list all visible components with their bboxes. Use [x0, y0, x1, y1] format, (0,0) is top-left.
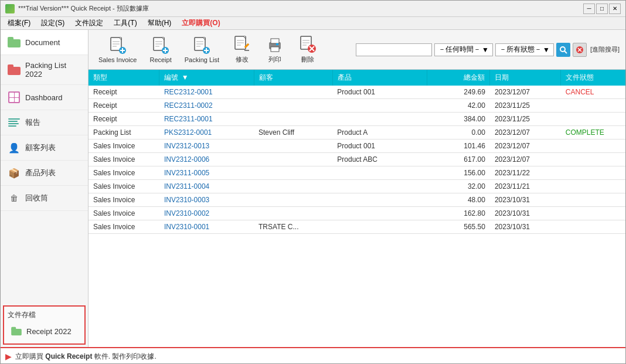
- sidebar-item-report[interactable]: 報告: [1, 110, 88, 135]
- cell-customer-6: [254, 166, 332, 180]
- menubar: 檔案(F) 設定(S) 文件設定 工具(T) 幫助(H) 立即購買(O): [1, 17, 625, 30]
- header-total[interactable]: 總金額: [427, 70, 489, 86]
- header-product[interactable]: 產品: [332, 70, 427, 86]
- print-label: 列印: [268, 55, 281, 64]
- table-row[interactable]: Sales Invoice INV2310-0001 TRSATE C... 5…: [89, 220, 625, 234]
- cell-total-3: 0.00: [427, 126, 489, 140]
- cell-status-9: [561, 207, 625, 220]
- table-row[interactable]: Receipt REC2311-0002 42.00 2023/11/25: [89, 99, 625, 113]
- sidebar-main-section: Document Packing List 2022 Dashboard: [1, 30, 88, 303]
- sidebar-archive: 文件存檔 Receipt 2022: [3, 305, 86, 345]
- close-button[interactable]: ✕: [609, 4, 621, 14]
- table-row[interactable]: Sales Invoice INV2310-0003 48.00 2023/10…: [89, 193, 625, 207]
- cell-id-3: PKS2312-0001: [159, 126, 254, 140]
- menu-help[interactable]: 幫助(H): [143, 17, 176, 29]
- print-button[interactable]: 列印: [260, 32, 290, 67]
- cell-customer-5: [254, 153, 332, 166]
- report-icon: [8, 116, 21, 129]
- maximize-button[interactable]: □: [596, 4, 608, 14]
- cell-status-8: [561, 193, 625, 207]
- table-row[interactable]: Sales Invoice INV2311-0004 32.00 2023/11…: [89, 180, 625, 193]
- search-input[interactable]: [356, 43, 432, 56]
- menu-file[interactable]: 檔案(F): [3, 17, 35, 29]
- documents-table: 類型 編號 ▼ 顧客 產品 總金額 日期 文件狀態 Receipt RE: [89, 70, 625, 234]
- menu-doc-settings[interactable]: 文件設定: [70, 17, 108, 29]
- cell-product-1: [332, 99, 427, 113]
- cell-product-9: [332, 207, 427, 220]
- toolbar-search-area: －任何時間－ ▼ －所有狀態－ ▼: [356, 43, 621, 57]
- menu-buy[interactable]: 立即購買(O): [177, 17, 224, 29]
- cell-status-2: [561, 113, 625, 126]
- sidebar-item-trash[interactable]: 🗑 回收筒: [1, 186, 88, 211]
- table-row[interactable]: Sales Invoice INV2311-0005 156.00 2023/1…: [89, 166, 625, 180]
- cell-date-4: 2023/12/07: [490, 140, 561, 153]
- table-row[interactable]: Sales Invoice INV2312-0013 Product 001 1…: [89, 140, 625, 153]
- cell-total-9: 162.80: [427, 207, 489, 220]
- cell-type-6: Sales Invoice: [89, 166, 159, 180]
- cell-type-1: Receipt: [89, 99, 159, 113]
- header-type[interactable]: 類型: [89, 70, 159, 86]
- sidebar-item-packing-list-2022[interactable]: Packing List 2022: [1, 55, 88, 85]
- header-status[interactable]: 文件狀態: [561, 70, 625, 86]
- sidebar-report-label: 報告: [25, 117, 40, 128]
- cell-total-10: 565.50: [427, 220, 489, 234]
- folder-red-icon: [8, 63, 21, 76]
- cell-total-2: 384.00: [427, 113, 489, 126]
- table-row[interactable]: Receipt REC2311-0001 384.00 2023/11/25: [89, 113, 625, 126]
- sidebar-trash-label: 回收筒: [25, 193, 48, 203]
- sidebar-item-customer-list[interactable]: 👤 顧客列表: [1, 135, 88, 161]
- receipt-button[interactable]: Receipt: [144, 33, 176, 66]
- time-filter-dropdown[interactable]: －任何時間－ ▼: [434, 43, 493, 56]
- header-customer[interactable]: 顧客: [254, 70, 332, 86]
- search-button[interactable]: [556, 43, 570, 57]
- header-date[interactable]: 日期: [490, 70, 561, 86]
- window-controls: ─ □ ✕: [583, 4, 621, 14]
- cell-product-0: Product 001: [332, 86, 427, 99]
- menu-settings[interactable]: 設定(S): [36, 17, 69, 29]
- cell-total-5: 617.00: [427, 153, 489, 166]
- cell-status-4: [561, 140, 625, 153]
- table-row[interactable]: Packing List PKS2312-0001 Steven Cliff P…: [89, 126, 625, 140]
- receipt-label: Receipt: [149, 56, 171, 63]
- cell-date-2: 2023/11/25: [490, 113, 561, 126]
- table-container: 類型 編號 ▼ 顧客 產品 總金額 日期 文件狀態 Receipt RE: [89, 70, 625, 347]
- cell-date-1: 2023/11/25: [490, 99, 561, 113]
- status-filter-label: －所有狀態－: [499, 45, 542, 55]
- edit-button[interactable]: 修改: [227, 32, 257, 67]
- toolbar: Sales Invoice Receipt: [89, 30, 625, 70]
- svg-line-38: [564, 51, 567, 53]
- cell-product-2: [332, 113, 427, 126]
- cell-id-0: REC2312-0001: [159, 86, 254, 99]
- status-filter-dropdown[interactable]: －所有狀態－ ▼: [495, 43, 554, 56]
- sales-invoice-icon: [108, 36, 127, 55]
- table-row[interactable]: Sales Invoice INV2310-0002 162.80 2023/1…: [89, 207, 625, 220]
- sidebar-item-dashboard[interactable]: Dashboard: [1, 85, 88, 110]
- menu-tools[interactable]: 工具(T): [109, 17, 141, 29]
- table-row[interactable]: Receipt REC2312-0001 Product 001 249.69 …: [89, 86, 625, 99]
- content-area: Sales Invoice Receipt: [89, 30, 625, 347]
- dashboard-icon: [8, 91, 21, 104]
- cell-product-7: [332, 180, 427, 193]
- chevron-down-icon: ▼: [482, 46, 489, 54]
- cell-type-8: Sales Invoice: [89, 193, 159, 207]
- sidebar-item-product-list[interactable]: 📦 產品列表: [1, 161, 88, 186]
- sales-invoice-label: Sales Invoice: [98, 56, 137, 63]
- packing-list-icon: [192, 36, 211, 55]
- sidebar-item-document[interactable]: Document: [1, 30, 88, 55]
- delete-button[interactable]: 刪除: [292, 32, 323, 67]
- packing-list-button[interactable]: Packing List: [179, 33, 224, 66]
- sidebar-item-receipt-2022[interactable]: Receipt 2022: [8, 322, 81, 340]
- sidebar: Document Packing List 2022 Dashboard: [1, 30, 89, 347]
- header-id[interactable]: 編號 ▼: [159, 70, 254, 86]
- cell-type-4: Sales Invoice: [89, 140, 159, 153]
- minimize-button[interactable]: ─: [583, 4, 595, 14]
- advanced-search-link[interactable]: [進階搜尋]: [589, 44, 621, 55]
- table-row[interactable]: Sales Invoice INV2312-0006 Product ABC 6…: [89, 153, 625, 166]
- cell-status-1: [561, 99, 625, 113]
- cancel-search-button[interactable]: [573, 43, 587, 57]
- sales-invoice-button[interactable]: Sales Invoice: [93, 33, 142, 66]
- folder-green-small-icon: [10, 325, 23, 338]
- cell-id-10: INV2310-0001: [159, 220, 254, 234]
- cell-status-5: [561, 153, 625, 166]
- cell-type-9: Sales Invoice: [89, 207, 159, 220]
